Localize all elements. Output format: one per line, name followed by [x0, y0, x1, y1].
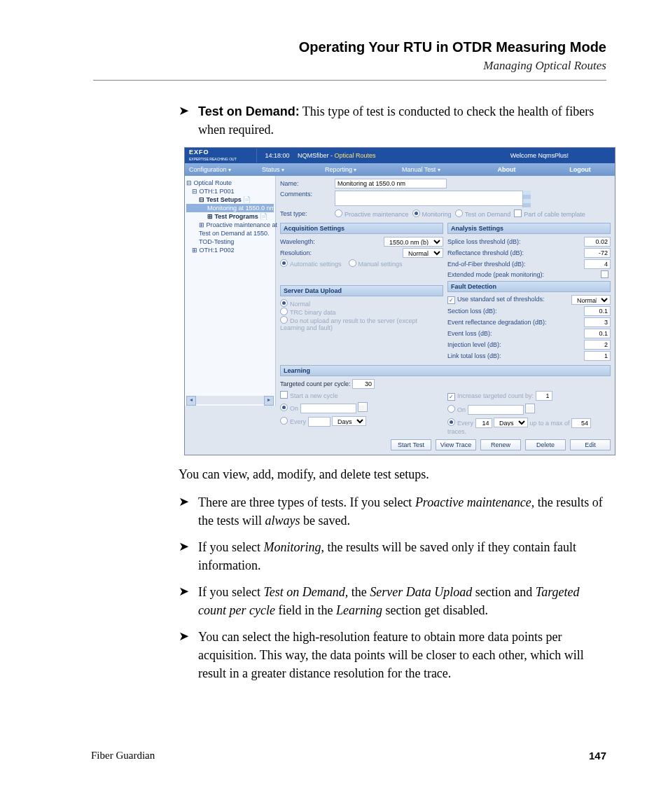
- menu-status[interactable]: Status: [258, 166, 321, 173]
- menu-reporting[interactable]: Reporting: [321, 166, 398, 173]
- label-test-on-demand: Test on Demand:: [198, 104, 300, 118]
- std-threshold-select[interactable]: Normal: [571, 295, 611, 305]
- tree-item-selected[interactable]: Monitoring at 1550.0 nm: [186, 204, 274, 212]
- check-increase[interactable]: [447, 393, 455, 401]
- menu-configuration[interactable]: Configuration: [185, 166, 258, 173]
- section-learning: Learning: [280, 365, 611, 376]
- label-target-count: Targeted count per cycle:: [280, 380, 351, 387]
- label-event-loss: Event loss (dB):: [447, 330, 492, 337]
- eof-input[interactable]: [584, 259, 611, 269]
- radio-on-left[interactable]: [280, 404, 288, 411]
- page-number: 147: [589, 750, 606, 762]
- label-comments: Comments:: [280, 191, 335, 198]
- injection-input[interactable]: [584, 340, 611, 350]
- tree-item[interactable]: ⊞ Proactive maintenance at: [186, 221, 274, 229]
- label-extended: Extended mode (peak monitoring):: [447, 271, 544, 278]
- comments-input[interactable]: [335, 191, 531, 206]
- title-divider: [93, 80, 606, 81]
- radio-auto-settings[interactable]: [280, 259, 288, 267]
- label-section-loss: Section loss (dB):: [447, 308, 497, 315]
- label-reflectance: Reflectance threshold (dB):: [447, 249, 524, 256]
- tree-item[interactable]: ⊟ Optical Route: [186, 179, 274, 187]
- radio-upload-trc[interactable]: [280, 308, 288, 315]
- label-wavelength: Wavelength:: [280, 238, 315, 245]
- label-erd: Event reflectance degradation (dB):: [447, 319, 547, 326]
- every-value-left[interactable]: [308, 417, 330, 427]
- label-link-loss: Link total loss (dB):: [447, 352, 501, 359]
- erd-input[interactable]: [584, 317, 611, 327]
- menubar: Configuration Status Reporting Manual Te…: [185, 163, 615, 176]
- resolution-select[interactable]: Normal: [403, 248, 443, 258]
- label-test-type: Test type:: [280, 210, 335, 217]
- tree-item[interactable]: ⊟ Test Setups 📄: [186, 195, 274, 204]
- add-icon[interactable]: 📄: [243, 196, 251, 203]
- tree-item[interactable]: ⊞ Test Programs 📄: [186, 212, 274, 221]
- tree-item[interactable]: Test on Demand at 1550.: [186, 229, 274, 238]
- renew-button[interactable]: Renew: [480, 439, 521, 450]
- label-splice: Splice loss threshold (dB):: [447, 238, 521, 245]
- name-input[interactable]: [335, 179, 447, 188]
- target-count-input[interactable]: [352, 379, 375, 389]
- radio-monitoring[interactable]: [412, 209, 420, 217]
- section-loss-input[interactable]: [584, 306, 611, 316]
- clock-time: 14:18:00: [257, 152, 298, 159]
- page-title: Operating Your RTU in OTDR Measuring Mod…: [299, 39, 606, 55]
- every-unit-left[interactable]: Days: [332, 416, 366, 426]
- check-template[interactable]: [514, 209, 522, 217]
- check-std-thresholds[interactable]: [447, 296, 455, 304]
- footer-product: Fiber Guardian: [91, 750, 155, 762]
- label-injection: Injection level (dB):: [447, 341, 501, 348]
- menu-manual-test[interactable]: Manual Test: [398, 166, 468, 173]
- start-test-button[interactable]: Start Test: [391, 439, 431, 450]
- every-unit-right[interactable]: Days: [494, 418, 528, 427]
- section-upload: Server Data Upload: [280, 285, 443, 296]
- radio-upload-none[interactable]: [280, 316, 288, 324]
- bullet-text: If you select Monitoring, the results wi…: [198, 538, 606, 574]
- radio-proactive[interactable]: [335, 209, 342, 217]
- tree-item[interactable]: ⊟ OTH:1 P001: [186, 187, 274, 195]
- edit-button[interactable]: Edit: [570, 439, 611, 450]
- on-date-right[interactable]: [468, 405, 524, 415]
- tree-panel: ⊟ Optical Route ⊟ OTH:1 P001 ⊟ Test Setu…: [185, 176, 276, 406]
- view-trace-button[interactable]: View Trace: [436, 439, 476, 450]
- radio-upload-normal[interactable]: [280, 299, 288, 307]
- menu-about[interactable]: About: [468, 166, 541, 173]
- radio-tod[interactable]: [455, 209, 463, 217]
- tree-item[interactable]: TOD-Testing: [186, 238, 274, 246]
- radio-on-right[interactable]: [447, 405, 455, 413]
- radio-every-left[interactable]: [280, 417, 288, 425]
- calendar-icon[interactable]: [525, 404, 535, 413]
- every-value-right[interactable]: [475, 418, 492, 428]
- page-subtitle: Managing Optical Routes: [483, 59, 606, 73]
- arrow-icon: ➤: [179, 583, 198, 619]
- link-loss-input[interactable]: [584, 351, 611, 361]
- reflectance-input[interactable]: [584, 248, 611, 258]
- check-start-cycle[interactable]: [280, 391, 288, 399]
- max-traces-input[interactable]: [571, 418, 591, 428]
- check-extended[interactable]: [601, 270, 608, 278]
- breadcrumb: NQMSfiber - Optical Routes: [298, 152, 510, 159]
- menu-logout[interactable]: Logout: [541, 166, 615, 173]
- add-icon[interactable]: 📄: [260, 213, 267, 220]
- calendar-icon[interactable]: [358, 402, 368, 412]
- label-resolution: Resolution:: [280, 249, 312, 256]
- app-screenshot: EXFOEXPERTISE REACHING OUT 14:18:00 NQMS…: [184, 147, 615, 455]
- radio-manual-settings[interactable]: [349, 259, 356, 267]
- tree-scrollbar[interactable]: ◂▸: [186, 396, 274, 404]
- event-loss-input[interactable]: [584, 329, 611, 338]
- welcome-text: Welcome NqmsPlus!: [510, 152, 611, 159]
- bullet-text: You can select the high-resolution featu…: [198, 628, 606, 682]
- radio-every-right[interactable]: [447, 418, 455, 426]
- on-date-left[interactable]: [300, 404, 356, 413]
- splice-input[interactable]: [584, 237, 611, 247]
- increase-by-input[interactable]: [536, 391, 552, 401]
- arrow-icon: ➤: [179, 538, 198, 574]
- body-paragraph: You can view, add, modify, and delete te…: [179, 465, 606, 483]
- section-acquisition: Acquisition Settings: [280, 223, 443, 234]
- tree-item[interactable]: ⊞ OTH:1 P002: [186, 246, 274, 254]
- arrow-icon: ➤: [179, 493, 198, 530]
- logo: EXFOEXPERTISE REACHING OUT: [189, 149, 257, 163]
- delete-button[interactable]: Delete: [525, 439, 566, 450]
- label-eof: End-of-Fiber threshold (dB):: [447, 261, 526, 268]
- wavelength-select[interactable]: 1550.0 nm (b): [384, 237, 443, 247]
